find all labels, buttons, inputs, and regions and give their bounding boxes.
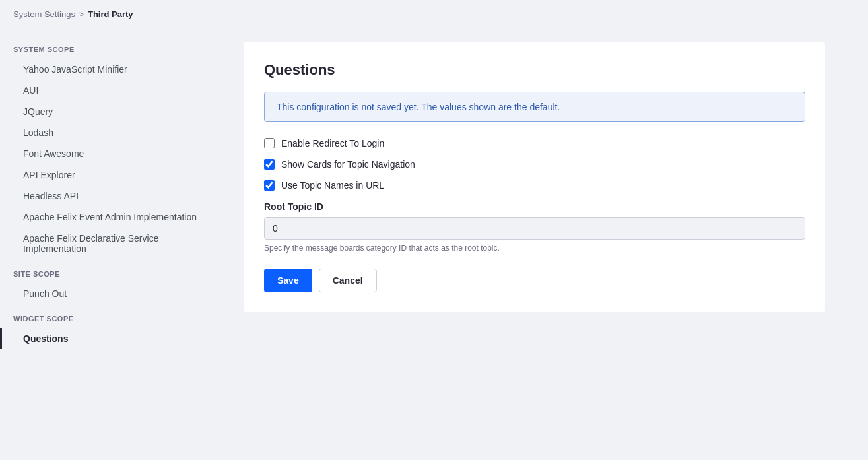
enable-redirect-to-login-label[interactable]: Enable Redirect To Login <box>281 138 384 148</box>
use-topic-names-url-field: Use Topic Names in URL <box>264 180 805 191</box>
site-scope-section: SITE SCOPE <box>0 259 224 283</box>
sidebar-item-yahoo-javascript-minifier[interactable]: Yahoo JavaScript Minifier <box>0 59 224 80</box>
sidebar-item-headless-api[interactable]: Headless API <box>0 185 224 207</box>
root-topic-id-input[interactable] <box>264 217 805 240</box>
enable-redirect-to-login-field: Enable Redirect To Login <box>264 138 805 148</box>
alert-message: This configuration is not saved yet. The… <box>277 102 560 112</box>
sidebar-item-apache-felix-event-admin[interactable]: Apache Felix Event Admin Implementation <box>0 207 224 228</box>
breadcrumb: System Settings > Third Party <box>0 0 868 28</box>
use-topic-names-checkbox[interactable] <box>264 180 275 191</box>
sidebar-item-jquery[interactable]: JQuery <box>0 101 224 122</box>
show-cards-label[interactable]: Show Cards for Topic Navigation <box>281 159 415 170</box>
breadcrumb-parent[interactable]: System Settings <box>13 9 75 19</box>
main-content: Questions This configuration is not save… <box>224 28 868 459</box>
cancel-button[interactable]: Cancel <box>319 269 377 292</box>
sidebar-item-api-explorer[interactable]: API Explorer <box>0 164 224 185</box>
sidebar-item-font-awesome[interactable]: Font Awesome <box>0 143 224 164</box>
system-scope-section: SYSTEM SCOPE <box>0 35 224 59</box>
sidebar-item-questions[interactable]: Questions <box>0 328 224 349</box>
enable-redirect-to-login-checkbox[interactable] <box>264 138 275 148</box>
sidebar-item-apache-felix-declarative-service[interactable]: Apache Felix Declarative Service Impleme… <box>0 228 224 259</box>
use-topic-names-label[interactable]: Use Topic Names in URL <box>281 180 384 191</box>
show-cards-topic-nav-field: Show Cards for Topic Navigation <box>264 159 805 170</box>
alert-info: This configuration is not saved yet. The… <box>264 92 805 122</box>
widget-scope-section: WIDGET SCOPE <box>0 304 224 328</box>
page-title: Questions <box>264 61 805 79</box>
sidebar-item-aui[interactable]: AUI <box>0 80 224 101</box>
breadcrumb-current: Third Party <box>88 9 133 19</box>
root-topic-id-group: Root Topic ID Specify the message boards… <box>264 201 805 253</box>
sidebar: SYSTEM SCOPE Yahoo JavaScript Minifier A… <box>0 28 224 459</box>
sidebar-item-punch-out[interactable]: Punch Out <box>0 283 224 304</box>
settings-card: Questions This configuration is not save… <box>244 42 825 312</box>
save-button[interactable]: Save <box>264 269 312 292</box>
show-cards-checkbox[interactable] <box>264 159 275 170</box>
root-topic-id-hint: Specify the message boards category ID t… <box>264 244 805 253</box>
sidebar-item-lodash[interactable]: Lodash <box>0 122 224 143</box>
root-topic-id-label: Root Topic ID <box>264 201 805 212</box>
layout: SYSTEM SCOPE Yahoo JavaScript Minifier A… <box>0 28 868 459</box>
form-buttons: Save Cancel <box>264 269 805 292</box>
breadcrumb-separator: > <box>79 10 84 19</box>
